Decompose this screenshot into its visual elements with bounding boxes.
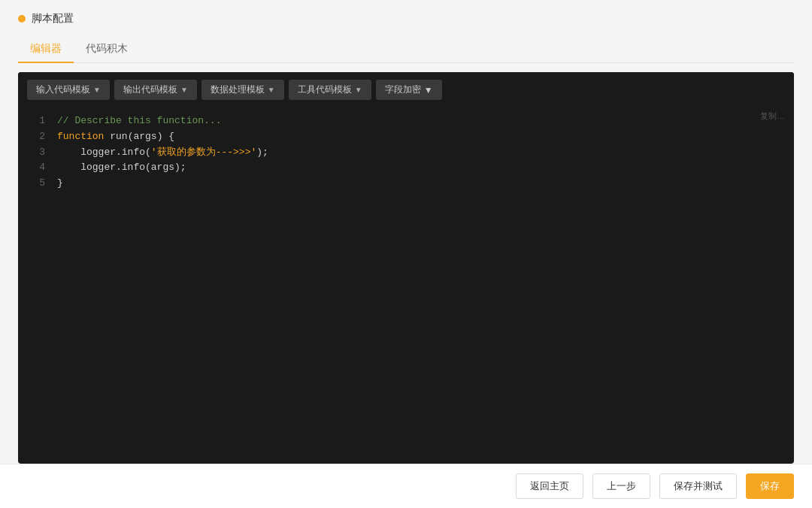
back-home-button[interactable]: 返回主页 — [516, 473, 583, 499]
copy-hint: 复制… — [760, 110, 785, 122]
output-template-button[interactable]: 输出代码模板 ▼ — [114, 80, 197, 100]
editor-container: 输入代码模板 ▼ 输出代码模板 ▼ 数据处理模板 ▼ 工具代码模板 ▼ 字段加密… — [18, 72, 794, 464]
code-line-3: 3 logger.info('获取的参数为--->>>'); — [18, 145, 794, 161]
code-editor[interactable]: 复制… 1 // Describe this function... 2 fun… — [18, 107, 794, 464]
save-button[interactable]: 保存 — [746, 473, 794, 499]
tabs-row: 编辑器 代码积木 — [18, 36, 794, 63]
code-line-2-content: function run(args) { — [57, 129, 174, 145]
code-line-3-content: logger.info('获取的参数为--->>>'); — [57, 145, 268, 161]
code-line-1: 1 // Describe this function... — [18, 113, 794, 129]
chevron-down-icon: ▼ — [93, 86, 101, 94]
tab-blocks[interactable]: 代码积木 — [74, 36, 140, 63]
input-template-button[interactable]: 输入代码模板 ▼ — [27, 80, 110, 100]
data-template-button[interactable]: 数据处理模板 ▼ — [201, 80, 284, 100]
chevron-down-icon: ▼ — [424, 85, 433, 95]
tab-editor[interactable]: 编辑器 — [18, 36, 74, 63]
encrypt-button[interactable]: 字段加密 ▼ — [376, 80, 442, 100]
footer: 返回主页 上一步 保存并测试 保存 — [0, 464, 812, 508]
page-title: 脚本配置 — [32, 12, 74, 26]
code-line-2: 2 function run(args) { — [18, 129, 794, 145]
save-test-button[interactable]: 保存并测试 — [659, 473, 737, 499]
code-line-5: 5 } — [18, 176, 794, 192]
tool-template-button[interactable]: 工具代码模板 ▼ — [289, 80, 371, 100]
editor-toolbar: 输入代码模板 ▼ 输出代码模板 ▼ 数据处理模板 ▼ 工具代码模板 ▼ 字段加密… — [18, 72, 794, 107]
code-line-5-content: } — [57, 176, 63, 192]
page-title-row: 脚本配置 — [18, 12, 794, 26]
prev-step-button[interactable]: 上一步 — [592, 473, 650, 499]
chevron-down-icon: ▼ — [268, 86, 275, 94]
chevron-down-icon: ▼ — [180, 86, 188, 94]
chevron-down-icon: ▼ — [355, 86, 362, 94]
status-dot-icon — [18, 15, 26, 23]
code-line-1-content: // Describe this function... — [57, 113, 221, 129]
code-line-4: 4 logger.info(args); — [18, 160, 794, 176]
code-line-4-content: logger.info(args); — [57, 160, 186, 176]
